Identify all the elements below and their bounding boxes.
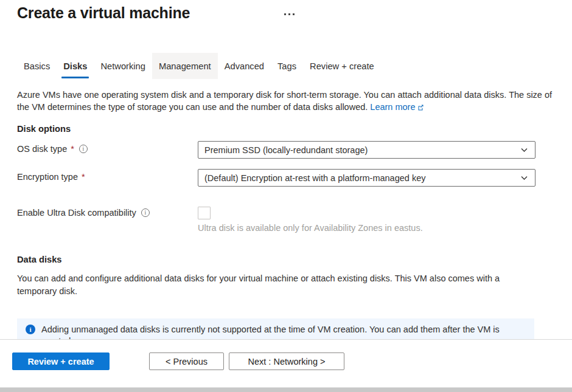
page-content: Create a virtual machine Basics Disks Ne…	[0, 3, 572, 354]
more-options-icon[interactable]	[282, 12, 296, 17]
info-icon[interactable]	[79, 145, 88, 153]
os-disk-type-label: OS disk type *	[17, 141, 198, 154]
footer-buttons: Review + create < Previous Next : Networ…	[0, 340, 572, 370]
required-marker: *	[71, 144, 74, 154]
ultra-disk-checkbox[interactable]	[198, 207, 211, 219]
tab-disks[interactable]: Disks	[57, 53, 94, 79]
ultra-disk-label: Enable Ultra Disk compatibility	[17, 207, 198, 218]
required-marker: *	[82, 172, 85, 182]
review-create-button[interactable]: Review + create	[12, 352, 110, 370]
disk-options-heading: Disk options	[17, 124, 555, 134]
encryption-type-row: Encryption type * (Default) Encryption a…	[17, 169, 555, 187]
tab-networking[interactable]: Networking	[94, 53, 152, 79]
learn-more-link[interactable]: Learn more	[370, 102, 424, 112]
ultra-disk-helper-text: Ultra disk is available only for Availab…	[198, 222, 423, 233]
chevron-down-icon	[520, 173, 529, 182]
create-vm-page: Create a virtual machine Basics Disks Ne…	[0, 0, 572, 392]
tab-basics[interactable]: Basics	[17, 53, 57, 79]
os-disk-type-select[interactable]: Premium SSD (locally-redundant storage)	[198, 141, 535, 159]
tab-tags[interactable]: Tags	[271, 53, 303, 79]
footer-action-bar: Review + create < Previous Next : Networ…	[0, 339, 572, 387]
ultra-disk-field: Ultra disk is available only for Availab…	[198, 207, 423, 233]
disks-intro-text: Azure VMs have one operating system disk…	[17, 89, 555, 114]
data-disks-heading: Data disks	[17, 255, 555, 264]
page-title: Create a virtual machine	[17, 3, 190, 22]
tab-management[interactable]: Management	[152, 53, 218, 79]
tab-advanced[interactable]: Advanced	[218, 53, 271, 79]
encryption-type-label: Encryption type *	[17, 169, 198, 182]
intro-text: Azure VMs have one operating system disk…	[17, 90, 552, 112]
page-header: Create a virtual machine	[17, 3, 555, 22]
ultra-disk-row: Enable Ultra Disk compatibility Ultra di…	[17, 207, 555, 233]
encryption-type-select[interactable]: (Default) Encryption at-rest with a plat…	[198, 169, 535, 187]
chevron-down-icon	[520, 145, 529, 154]
previous-button[interactable]: < Previous	[149, 352, 224, 370]
data-disks-description: You can add and configure additional dat…	[17, 272, 534, 298]
info-banner-icon	[26, 325, 35, 334]
window-bottom-strip	[0, 387, 572, 392]
external-link-icon	[417, 101, 424, 114]
info-icon[interactable]	[141, 208, 150, 217]
next-networking-button[interactable]: Next : Networking >	[229, 352, 344, 370]
wizard-tabs: Basics Disks Networking Management Advan…	[17, 53, 555, 79]
tab-review-create[interactable]: Review + create	[303, 53, 381, 79]
os-disk-type-row: OS disk type * Premium SSD (locally-redu…	[17, 141, 555, 159]
